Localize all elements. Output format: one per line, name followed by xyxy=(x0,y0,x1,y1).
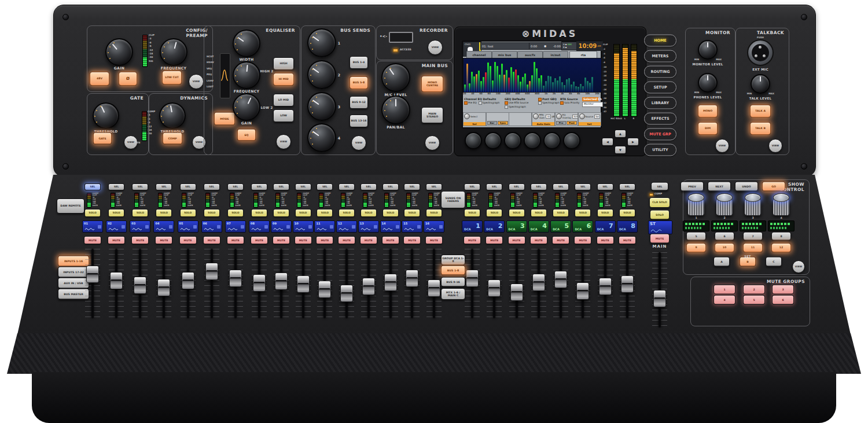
select-button[interactable]: SEL xyxy=(486,183,502,190)
eq-lomid-button[interactable]: LO MID xyxy=(273,94,294,106)
gate-button[interactable]: GATE xyxy=(93,133,112,145)
assign-button[interactable]: 11 xyxy=(743,243,763,252)
clear-solo-button[interactable]: CLR SOLO xyxy=(649,197,670,208)
bus-layer-button[interactable]: BUS 1-4 xyxy=(350,56,368,69)
mute-group-button[interactable]: 5 xyxy=(743,295,765,305)
mute-button[interactable]: MUTE xyxy=(619,236,636,244)
fader-cap[interactable] xyxy=(621,275,634,293)
select-button[interactable]: SEL xyxy=(339,183,355,190)
bus-layer-button[interactable]: BUS 5-8 xyxy=(350,76,368,89)
fader[interactable] xyxy=(617,249,637,318)
select-button[interactable]: SEL xyxy=(382,183,399,190)
fader[interactable] xyxy=(573,249,593,318)
bus-layer-button[interactable]: MTX 1-6 / MAIN C xyxy=(441,288,465,300)
bus-layer-button[interactable]: GROUP DCA 1-8 xyxy=(441,255,465,265)
display-encoder[interactable] xyxy=(524,132,541,149)
tab-aux-fx[interactable]: aux/fx xyxy=(517,51,543,58)
menu-button-library[interactable]: LIBRARY xyxy=(644,97,676,109)
menu-button-utility[interactable]: UTILITY xyxy=(644,144,676,156)
bus-send-knob[interactable] xyxy=(307,123,336,152)
fader-cap[interactable] xyxy=(86,266,99,283)
bus-send-knob[interactable] xyxy=(307,92,336,121)
bus-send-knob[interactable] xyxy=(307,60,336,89)
solo-button[interactable]: SOLO xyxy=(108,209,124,217)
talk-level-knob[interactable] xyxy=(751,74,770,94)
select-button[interactable]: SEL xyxy=(464,183,480,190)
fader[interactable] xyxy=(249,249,270,318)
daw-remote-button[interactable]: DAW REMOTE xyxy=(57,198,84,214)
select-button[interactable]: SEL xyxy=(204,183,220,190)
solo-button[interactable]: SOLO xyxy=(404,209,420,217)
bus-send-knob[interactable] xyxy=(307,28,336,57)
display-encoder[interactable] xyxy=(465,132,482,149)
talk-a-button[interactable]: TALK A xyxy=(750,105,771,117)
select-button[interactable]: SEL xyxy=(575,183,591,190)
nav-right-button[interactable]: ▶ xyxy=(627,138,639,146)
eq-frequency-knob[interactable] xyxy=(233,61,260,89)
fader-cap[interactable] xyxy=(576,282,589,300)
option-item[interactable]: Spectrograph xyxy=(538,101,560,105)
main-stereo-button[interactable]: MAIN STEREO xyxy=(421,107,443,123)
dynamics-threshold-knob[interactable] xyxy=(159,102,186,129)
fader[interactable] xyxy=(529,249,549,318)
talkback-view-button[interactable]: VIEW xyxy=(768,139,782,153)
nav-left-button[interactable]: ◀ xyxy=(602,138,613,146)
mc-level-knob[interactable] xyxy=(381,63,410,92)
fader[interactable] xyxy=(293,249,313,318)
pan-bal-knob[interactable] xyxy=(381,95,410,124)
mute-button[interactable]: MUTE xyxy=(425,236,443,244)
select-button[interactable]: SEL xyxy=(404,183,420,190)
solo-button[interactable]: SOLO xyxy=(156,209,172,217)
assign-encoder[interactable] xyxy=(716,193,733,216)
select-button[interactable]: SEL xyxy=(531,183,547,190)
phase-button[interactable]: Ø xyxy=(119,72,137,86)
scene-undo-button[interactable]: UNDO xyxy=(735,182,758,192)
encoder-action[interactable]: Auto Gain xyxy=(532,122,554,126)
select-button[interactable]: SEL xyxy=(227,183,244,190)
solo-button[interactable]: SOLO xyxy=(382,209,399,217)
mute-button[interactable]: MUTE xyxy=(227,236,244,244)
select-button[interactable]: SEL xyxy=(180,183,196,190)
mute-group-button[interactable]: 4 xyxy=(713,295,735,305)
fader[interactable] xyxy=(130,249,150,318)
display-encoder[interactable] xyxy=(563,132,580,149)
fader-cap[interactable] xyxy=(554,271,567,288)
solo-button[interactable]: SOLO xyxy=(426,209,442,217)
fader-cap[interactable] xyxy=(205,263,218,280)
toggle-option[interactable]: Bar xyxy=(487,121,498,125)
fader[interactable] xyxy=(82,249,103,318)
menu-button-setup[interactable]: SETUP xyxy=(644,82,676,94)
menu-button-mute-grp[interactable]: MUTE GRP xyxy=(644,128,676,141)
bus-layer-button[interactable]: BUS 13-16 xyxy=(350,115,368,127)
fader[interactable] xyxy=(153,249,174,318)
select-button[interactable]: SEL xyxy=(84,183,101,190)
assign-encoder[interactable] xyxy=(744,193,762,216)
mute-button[interactable]: MUTE xyxy=(508,236,525,244)
encoder-cell[interactable]: BarSpec xyxy=(486,112,509,126)
encoder-action[interactable]: Set xyxy=(579,122,601,126)
fader[interactable] xyxy=(315,249,334,318)
config-view-button[interactable]: VIEW xyxy=(189,74,204,89)
select-button[interactable]: SEL xyxy=(108,183,124,190)
option-item[interactable]: Spectrograph xyxy=(479,101,500,105)
usb-port[interactable] xyxy=(389,32,413,43)
fader[interactable] xyxy=(484,249,504,318)
mute-button[interactable]: MUTE xyxy=(179,236,197,244)
eq-gain-knob[interactable] xyxy=(233,93,260,121)
set-a-button[interactable]: A xyxy=(713,257,730,267)
fader-cap[interactable] xyxy=(297,275,310,293)
fader-cap[interactable] xyxy=(384,274,397,291)
select-button[interactable]: SEL xyxy=(295,183,311,190)
fader[interactable] xyxy=(381,249,400,318)
mute-button[interactable]: MUTE xyxy=(597,236,614,244)
fader-cap[interactable] xyxy=(599,278,612,295)
monitor-dim-button[interactable]: DIM xyxy=(698,122,718,135)
monitor-mono-button[interactable]: MONO xyxy=(698,105,718,117)
main-fader[interactable] xyxy=(648,252,671,328)
solo-button[interactable]: SOLO xyxy=(575,209,591,217)
mute-button[interactable]: MUTE xyxy=(251,236,268,244)
solo-button[interactable]: SOLO xyxy=(180,209,196,217)
fader[interactable] xyxy=(337,249,356,318)
assign-button[interactable]: 10 xyxy=(715,243,734,252)
solo-button[interactable]: SOLO xyxy=(464,209,480,217)
